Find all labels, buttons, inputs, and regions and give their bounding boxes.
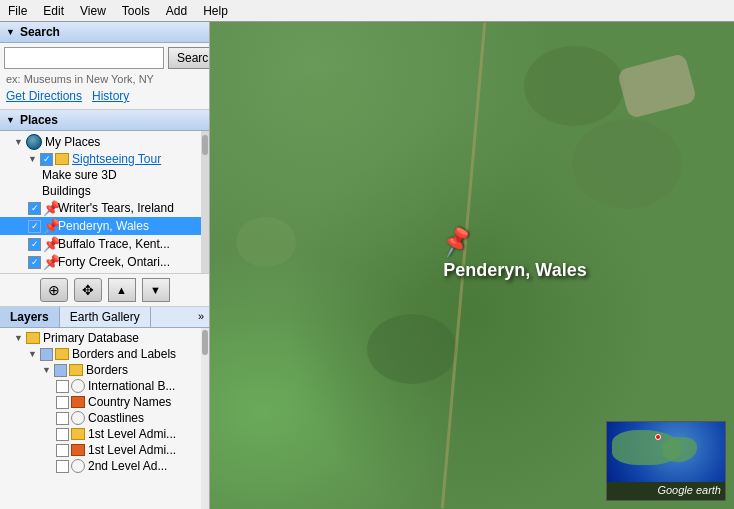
coastlines-label: Coastlines [88,411,144,425]
up-button[interactable]: ▲ [108,278,136,302]
expand-arrow-icon: ▼ [28,154,38,164]
buildings-label: Buildings [42,184,91,198]
history-link[interactable]: History [92,89,129,103]
tree-item-forty-creek[interactable]: ✓ 📌 Forty Creek, Ontari... [0,253,209,271]
search-hint: ex: Museums in New York, NY [0,71,209,87]
checkbox-2nd-admin[interactable] [56,460,69,473]
country-names-label: Country Names [88,395,171,409]
tree-item-1st-admin-folder[interactable]: 1st Level Admi... [0,426,209,442]
places-section: ▼ Places ▼ My Places ▼ ✓ Sightseeing Tou… [0,110,209,274]
map-area[interactable]: 📌 Penderyn, Wales Google earth [210,22,734,509]
places-title: Places [20,113,58,127]
tree-item-borders[interactable]: ▼ Borders [0,362,209,378]
search-triangle-icon: ▼ [6,27,15,37]
tab-earth-gallery[interactable]: Earth Gallery [60,307,151,327]
borders-labels-label: Borders and Labels [72,347,176,361]
tab-layers[interactable]: Layers [0,307,60,327]
menu-file[interactable]: File [0,2,35,20]
international-borders-label: International B... [88,379,175,393]
layers-tree: ▼ Primary Database ▼ Borders and Labels … [0,328,209,509]
folder-icon-1st-admin [71,428,85,440]
tree-item-country-names[interactable]: Country Names [0,394,209,410]
checkbox-writers-tears[interactable]: ✓ [28,202,41,215]
search-header[interactable]: ▼ Search [0,22,209,43]
sightseeing-label: Sightseeing Tour [72,152,161,166]
flag-icon-country [71,396,85,408]
checkbox-1st-admin-folder[interactable] [56,428,69,441]
tree-item-my-places[interactable]: ▼ My Places [0,133,209,151]
tree-item-writers-tears[interactable]: ✓ 📌 Writer's Tears, Ireland [0,199,209,217]
ge-red-marker [655,434,661,440]
places-triangle-icon: ▼ [6,115,15,125]
flag-icon-1st [71,444,85,456]
menu-view[interactable]: View [72,2,114,20]
search-input[interactable] [4,47,164,69]
penderyn-label: Penderyn, Wales [58,219,149,233]
checkbox-country-names[interactable] [56,396,69,409]
get-directions-link[interactable]: Get Directions [6,89,82,103]
nav-buttons: ⊕ ✥ ▲ ▼ [0,274,209,307]
layers-section: Layers Earth Gallery » ▼ Primary Databas… [0,307,209,509]
pin-icon-penderyn: 📌 [43,218,55,234]
main-layout: ▼ Search Search ex: Museums in New York,… [0,22,734,509]
search-button[interactable]: Search [168,47,210,69]
checkbox-borders[interactable] [54,364,67,377]
tree-item-make-sure-3d: Make sure 3D [0,167,209,183]
places-header[interactable]: ▼ Places [0,110,209,131]
search-section: ▼ Search Search ex: Museums in New York,… [0,22,209,110]
tree-item-borders-labels[interactable]: ▼ Borders and Labels [0,346,209,362]
look-icon-button[interactable]: ⊕ [40,278,68,302]
tree-item-sightseeing[interactable]: ▼ ✓ Sightseeing Tour [0,151,209,167]
expand-arrow-icon: ▼ [28,349,38,359]
expand-arrow-icon: ▼ [14,137,24,147]
menu-help[interactable]: Help [195,2,236,20]
places-tree: ▼ My Places ▼ ✓ Sightseeing Tour Make su… [0,131,209,273]
ge-text: Google earth [607,482,725,498]
circle-icon-2nd [71,459,85,473]
tree-item-penderyn[interactable]: ✓ 📌 Penderyn, Wales [0,217,209,235]
search-links: Get Directions History [0,87,209,105]
tree-item-coastlines[interactable]: Coastlines [0,410,209,426]
google-earth-watermark: Google earth [606,421,726,501]
checkbox-forty-creek[interactable]: ✓ [28,256,41,269]
move-icon-button[interactable]: ✥ [74,278,102,302]
globe-icon [26,134,42,150]
expand-arrow-icon: ▼ [14,333,24,343]
tree-item-buffalo-trace[interactable]: ✓ 📌 Buffalo Trace, Kent... [0,235,209,253]
checkbox-sightseeing[interactable]: ✓ [40,153,53,166]
search-title: Search [20,25,60,39]
checkbox-borders-labels[interactable] [40,348,53,361]
checkbox-penderyn[interactable]: ✓ [28,220,41,233]
checkbox-coastlines[interactable] [56,412,69,425]
folder-icon [55,153,69,165]
circle-icon-coast [71,411,85,425]
layers-scrollbar[interactable] [201,328,209,509]
menu-tools[interactable]: Tools [114,2,158,20]
pin-icon: 📌 [43,200,55,216]
folder-icon-primary [26,332,40,344]
layers-tab-bar: Layers Earth Gallery » [0,307,209,328]
tree-item-primary-db[interactable]: ▼ Primary Database [0,330,209,346]
tree-item-2nd-admin[interactable]: 2nd Level Ad... [0,458,209,474]
menu-edit[interactable]: Edit [35,2,72,20]
pin-icon-buffalo: 📌 [43,236,55,252]
checkbox-international[interactable] [56,380,69,393]
my-places-label: My Places [45,135,100,149]
ge-mini-land2 [662,437,697,462]
menu-bar: File Edit View Tools Add Help [0,0,734,22]
checkbox-buffalo-trace[interactable]: ✓ [28,238,41,251]
tree-item-international-borders[interactable]: International B... [0,378,209,394]
circle-icon-intl [71,379,85,393]
1st-admin-folder-label: 1st Level Admi... [88,427,176,441]
ge-mini-globe [607,422,725,482]
tree-item-1st-admin-flag[interactable]: 1st Level Admi... [0,442,209,458]
checkbox-1st-admin-flag[interactable] [56,444,69,457]
menu-add[interactable]: Add [158,2,195,20]
down-button[interactable]: ▼ [142,278,170,302]
buffalo-trace-label: Buffalo Trace, Kent... [58,237,170,251]
layers-expand-icon[interactable]: » [193,307,209,327]
primary-db-label: Primary Database [43,331,139,345]
2nd-admin-label: 2nd Level Ad... [88,459,167,473]
tree-item-buildings: Buildings [0,183,209,199]
writers-tears-label: Writer's Tears, Ireland [58,201,174,215]
